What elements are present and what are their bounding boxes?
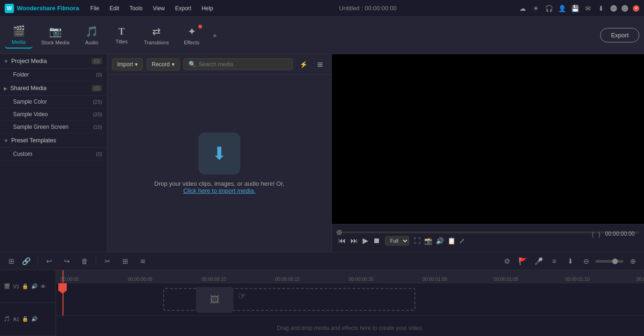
sidebar-item-folder[interactable]: Folder (0) [0, 69, 107, 81]
preview-screen [332, 54, 644, 224]
shared-media-chevron: ▶ [4, 86, 7, 91]
search-input[interactable] [199, 61, 288, 68]
cut-button[interactable]: ✂ [101, 255, 114, 268]
sidebar-section-preset-templates[interactable]: ▼ Preset Templates [0, 133, 107, 148]
flag-icon[interactable]: 🚩 [516, 255, 529, 268]
tool-titles[interactable]: T Titles [108, 23, 136, 47]
download-icon[interactable]: ⬇ [596, 4, 606, 13]
resize-icon[interactable]: ⤢ [459, 237, 465, 245]
layout-icon[interactable]: 📋 [448, 237, 455, 245]
audio-wave-button[interactable]: ≋ [136, 255, 149, 268]
tool-effects[interactable]: ✦ Effects [177, 23, 206, 48]
bracket-out-icon[interactable]: } [598, 231, 600, 238]
sidebar-item-custom[interactable]: Custom (0) [0, 148, 107, 161]
link-button[interactable]: 🔗 [20, 255, 33, 268]
cloud-icon[interactable]: ☁ [518, 4, 527, 13]
stock-icon: 📷 [49, 26, 62, 38]
titlebar-right: ☁ ☀ 🎧 👤 💾 ✉ ⬇ ─ □ ✕ [518, 4, 639, 13]
menu-edit[interactable]: Edit [105, 3, 124, 14]
divider-2 [96, 257, 96, 266]
menu-help[interactable]: Help [197, 3, 218, 14]
audio-track-icon: 🎵 [4, 316, 10, 322]
sidebar-item-sample-video[interactable]: Sample Video (20) [0, 108, 107, 121]
tool-transitions[interactable]: ⇄ Transitions [138, 23, 175, 48]
sample-green-count: (10) [93, 124, 102, 130]
bracket-in-icon[interactable]: { [592, 231, 594, 238]
redo-button[interactable]: ↪ [60, 255, 73, 268]
prev-frame-button[interactable]: ⏮ [338, 237, 346, 245]
media-icon: 🎬 [13, 25, 25, 37]
fullscreen-icon[interactable]: ⛶ [414, 237, 420, 245]
volume-track-icon[interactable]: 🔊 [31, 283, 38, 289]
headset-icon[interactable]: 🎧 [544, 4, 553, 13]
maximize-button[interactable]: □ [622, 5, 628, 12]
menu-icon[interactable]: ≡ [548, 255, 561, 268]
sidebar-section-project-media[interactable]: ▼ Project Media (0) [0, 54, 107, 69]
seek-bar[interactable]: { } 00:00:00:00 [336, 231, 639, 233]
zoom-out-icon[interactable]: ⊖ [580, 255, 593, 268]
delete-button[interactable]: 🗑 [78, 255, 91, 268]
sidebar-item-sample-color[interactable]: Sample Color (25) [0, 96, 107, 108]
playback-controls: ⏮ ⏭ ▶ ⏹ Full 1/2 1/4 ⛶ 📸 🔊 📋 ⤢ [336, 236, 639, 245]
tool-stock-media[interactable]: 📷 Stock Media [35, 23, 76, 48]
zoom-in-icon[interactable]: ⊕ [626, 255, 639, 268]
menu-bar: File Edit Tools View Export Help [85, 3, 217, 14]
zoom-slider[interactable] [595, 260, 623, 263]
close-button[interactable]: ✕ [633, 5, 639, 12]
stop-button[interactable]: ⏹ [373, 237, 380, 245]
eye-icon[interactable]: 👁 [41, 284, 46, 289]
save-icon[interactable]: 💾 [570, 4, 580, 13]
settings-icon[interactable]: ⚙ [500, 255, 513, 268]
mic-icon[interactable]: 🎤 [532, 255, 545, 268]
drop-area[interactable]: ⬇ Drop your video clips, images, or audi… [107, 75, 331, 252]
transform-button[interactable]: ⊞ [119, 255, 132, 268]
seek-thumb[interactable] [336, 230, 342, 235]
audio-volume-icon[interactable]: 🔊 [31, 316, 38, 322]
volume-icon[interactable]: 🔊 [436, 237, 444, 245]
menu-export[interactable]: Export [170, 3, 196, 14]
menu-file[interactable]: File [85, 3, 104, 14]
preset-chevron: ▼ [4, 138, 8, 143]
snapshot-icon[interactable]: 📸 [424, 237, 432, 245]
menu-view[interactable]: View [148, 3, 169, 14]
tool-audio[interactable]: 🎵 Audio [78, 23, 106, 48]
sidebar-section-shared-media[interactable]: ▶ Shared Media (0) [0, 81, 107, 96]
add-media-button[interactable]: ⊞ [5, 255, 18, 268]
ruler-mark-15: 00:00:00:15 [275, 277, 300, 282]
sample-video-count: (20) [93, 112, 102, 117]
quality-select[interactable]: Full 1/2 1/4 [385, 236, 409, 245]
lock-icon[interactable]: 🔒 [22, 283, 28, 289]
custom-label: Custom [13, 151, 32, 157]
minimize-button[interactable]: ─ [610, 5, 617, 12]
step-forward-button[interactable]: ⏭ [350, 237, 358, 245]
user-icon[interactable]: 👤 [557, 4, 567, 13]
grid-button[interactable]: ⊞ [314, 58, 327, 71]
import-link[interactable]: Click here to import media. [183, 187, 256, 194]
media-placeholder-icon: 🖼 [210, 294, 219, 305]
logo-icon: W [5, 4, 14, 13]
shared-media-count: (0) [91, 85, 102, 91]
import-button[interactable]: Import ▾ [112, 58, 143, 70]
timeline-right-tools: ⚙ 🚩 🎤 ≡ ⬇ ⊖ ⊕ [500, 255, 639, 268]
export-button[interactable]: Export [600, 28, 639, 42]
sun-icon[interactable]: ☀ [531, 4, 540, 13]
preview-panel: { } 00:00:00:00 ⏮ ⏭ ▶ ⏹ Full 1/2 1/4 ⛶ 📸 [331, 54, 644, 252]
audio-lock-icon[interactable]: 🔒 [22, 316, 28, 322]
import-to-timeline-icon[interactable]: ⬇ [564, 255, 577, 268]
drop-text-1: Drop your video clips, images, or audio … [154, 180, 285, 187]
preview-controls: { } 00:00:00:00 ⏮ ⏭ ▶ ⏹ Full 1/2 1/4 ⛶ 📸 [332, 224, 644, 252]
undo-button[interactable]: ↩ [42, 255, 56, 268]
titles-icon: T [119, 26, 125, 37]
tool-transitions-label: Transitions [144, 40, 169, 45]
tool-media[interactable]: 🎬 Media [5, 22, 33, 49]
filter-button[interactable]: ⚡ [297, 58, 310, 71]
record-button[interactable]: Record ▾ [147, 58, 180, 70]
ruler-mark-20: 00:00:00:20 [349, 277, 373, 282]
play-button[interactable]: ▶ [363, 236, 368, 245]
more-tools-button[interactable]: » [208, 28, 222, 42]
mail-icon[interactable]: ✉ [583, 4, 593, 13]
drop-text: Drop your video clips, images, or audio … [154, 180, 285, 194]
menu-tools[interactable]: Tools [125, 3, 147, 14]
sidebar-item-sample-green[interactable]: Sample Green Screen (10) [0, 121, 107, 133]
video-track-header: 🎬 V1 🔒 🔊 👁 [0, 270, 56, 303]
